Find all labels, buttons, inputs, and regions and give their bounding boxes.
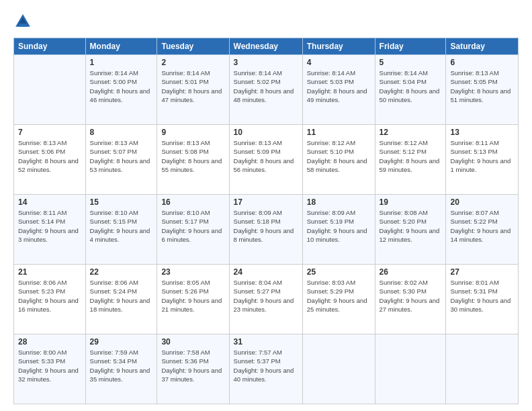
day-number: 6: [450, 58, 514, 67]
day-number: 21: [18, 267, 81, 277]
day-cell: 11Sunrise: 8:12 AM Sunset: 5:10 PM Dayli…: [302, 125, 375, 195]
day-info: Sunrise: 8:13 AM Sunset: 5:05 PM Dayligh…: [450, 68, 514, 104]
day-info: Sunrise: 8:02 AM Sunset: 5:30 PM Dayligh…: [380, 278, 442, 314]
day-cell: 4Sunrise: 8:14 AM Sunset: 5:03 PM Daylig…: [302, 55, 375, 125]
day-cell: 3Sunrise: 8:14 AM Sunset: 5:02 PM Daylig…: [229, 55, 302, 125]
day-number: 19: [380, 197, 442, 207]
week-row-2: 7Sunrise: 8:13 AM Sunset: 5:06 PM Daylig…: [14, 125, 519, 195]
day-cell: 27Sunrise: 8:01 AM Sunset: 5:31 PM Dayli…: [446, 265, 519, 334]
day-number: 17: [234, 197, 298, 207]
day-number: 30: [161, 337, 224, 347]
day-cell: 1Sunrise: 8:14 AM Sunset: 5:00 PM Daylig…: [85, 55, 157, 125]
day-number: 15: [90, 197, 153, 207]
day-cell: 9Sunrise: 8:13 AM Sunset: 5:08 PM Daylig…: [157, 125, 229, 195]
day-number: 5: [380, 58, 442, 67]
day-number: 23: [161, 267, 224, 277]
day-cell: 12Sunrise: 8:12 AM Sunset: 5:12 PM Dayli…: [375, 125, 446, 195]
day-cell: 23Sunrise: 8:05 AM Sunset: 5:26 PM Dayli…: [157, 265, 229, 334]
day-number: 22: [90, 267, 153, 277]
day-cell: 14Sunrise: 8:11 AM Sunset: 5:14 PM Dayli…: [14, 195, 86, 265]
day-cell: 8Sunrise: 8:13 AM Sunset: 5:07 PM Daylig…: [85, 125, 157, 195]
day-cell: 22Sunrise: 8:06 AM Sunset: 5:24 PM Dayli…: [85, 265, 157, 334]
header: [13, 12, 519, 31]
day-cell: 7Sunrise: 8:13 AM Sunset: 5:06 PM Daylig…: [14, 125, 86, 195]
day-number: 20: [450, 197, 514, 207]
day-info: Sunrise: 8:09 AM Sunset: 5:19 PM Dayligh…: [307, 208, 371, 244]
day-number: 25: [307, 267, 371, 277]
day-number: 31: [234, 337, 298, 347]
day-number: 9: [161, 128, 224, 137]
logo-icon: [13, 12, 32, 31]
day-number: 12: [380, 128, 442, 137]
day-cell: [446, 334, 519, 404]
week-row-3: 14Sunrise: 8:11 AM Sunset: 5:14 PM Dayli…: [14, 195, 519, 265]
day-info: Sunrise: 8:14 AM Sunset: 5:00 PM Dayligh…: [90, 68, 153, 104]
day-cell: 30Sunrise: 7:58 AM Sunset: 5:36 PM Dayli…: [157, 334, 229, 404]
day-number: 2: [161, 58, 224, 67]
day-info: Sunrise: 8:13 AM Sunset: 5:09 PM Dayligh…: [234, 138, 298, 174]
week-row-5: 28Sunrise: 8:00 AM Sunset: 5:33 PM Dayli…: [14, 334, 519, 404]
day-cell: 15Sunrise: 8:10 AM Sunset: 5:15 PM Dayli…: [85, 195, 157, 265]
header-day-sunday: Sunday: [14, 38, 86, 55]
day-cell: 6Sunrise: 8:13 AM Sunset: 5:05 PM Daylig…: [446, 55, 519, 125]
page: SundayMondayTuesdayWednesdayThursdayFrid…: [0, 0, 532, 411]
svg-rect-2: [19, 24, 27, 27]
day-cell: 20Sunrise: 8:07 AM Sunset: 5:22 PM Dayli…: [446, 195, 519, 265]
day-info: Sunrise: 8:10 AM Sunset: 5:15 PM Dayligh…: [90, 208, 153, 244]
day-info: Sunrise: 8:14 AM Sunset: 5:03 PM Dayligh…: [307, 68, 371, 104]
day-number: 26: [380, 267, 442, 277]
day-info: Sunrise: 8:06 AM Sunset: 5:23 PM Dayligh…: [18, 278, 81, 314]
day-number: 18: [307, 197, 371, 207]
day-cell: 17Sunrise: 8:09 AM Sunset: 5:18 PM Dayli…: [229, 195, 302, 265]
day-info: Sunrise: 8:14 AM Sunset: 5:04 PM Dayligh…: [380, 68, 442, 104]
day-number: 7: [18, 128, 81, 137]
day-number: 28: [18, 337, 81, 347]
day-number: 10: [234, 128, 298, 137]
day-info: Sunrise: 8:14 AM Sunset: 5:02 PM Dayligh…: [234, 68, 298, 104]
header-day-saturday: Saturday: [446, 38, 519, 55]
header-day-tuesday: Tuesday: [157, 38, 229, 55]
day-info: Sunrise: 8:12 AM Sunset: 5:10 PM Dayligh…: [307, 138, 371, 174]
day-cell: [302, 334, 375, 404]
day-number: 27: [450, 267, 514, 277]
week-row-1: 1Sunrise: 8:14 AM Sunset: 5:00 PM Daylig…: [14, 55, 519, 125]
header-day-wednesday: Wednesday: [229, 38, 302, 55]
day-cell: 21Sunrise: 8:06 AM Sunset: 5:23 PM Dayli…: [14, 265, 86, 334]
day-number: 24: [234, 267, 298, 277]
day-cell: 28Sunrise: 8:00 AM Sunset: 5:33 PM Dayli…: [14, 334, 86, 404]
day-cell: [375, 334, 446, 404]
day-cell: 5Sunrise: 8:14 AM Sunset: 5:04 PM Daylig…: [375, 55, 446, 125]
day-info: Sunrise: 8:07 AM Sunset: 5:22 PM Dayligh…: [450, 208, 514, 244]
day-cell: 29Sunrise: 7:59 AM Sunset: 5:34 PM Dayli…: [85, 334, 157, 404]
day-info: Sunrise: 8:13 AM Sunset: 5:06 PM Dayligh…: [18, 138, 81, 174]
day-info: Sunrise: 7:58 AM Sunset: 5:36 PM Dayligh…: [161, 348, 224, 383]
day-number: 14: [18, 197, 81, 207]
day-cell: 18Sunrise: 8:09 AM Sunset: 5:19 PM Dayli…: [302, 195, 375, 265]
day-info: Sunrise: 8:04 AM Sunset: 5:27 PM Dayligh…: [234, 278, 298, 314]
day-info: Sunrise: 8:14 AM Sunset: 5:01 PM Dayligh…: [161, 68, 224, 104]
logo: [13, 12, 35, 31]
day-info: Sunrise: 7:57 AM Sunset: 5:37 PM Dayligh…: [234, 348, 298, 383]
day-info: Sunrise: 8:13 AM Sunset: 5:07 PM Dayligh…: [90, 138, 153, 174]
day-cell: 19Sunrise: 8:08 AM Sunset: 5:20 PM Dayli…: [375, 195, 446, 265]
day-number: 29: [90, 337, 153, 347]
day-cell: [14, 55, 86, 125]
week-row-4: 21Sunrise: 8:06 AM Sunset: 5:23 PM Dayli…: [14, 265, 519, 334]
day-info: Sunrise: 8:00 AM Sunset: 5:33 PM Dayligh…: [18, 348, 81, 383]
day-info: Sunrise: 8:01 AM Sunset: 5:31 PM Dayligh…: [450, 278, 514, 314]
day-info: Sunrise: 8:10 AM Sunset: 5:17 PM Dayligh…: [161, 208, 224, 244]
day-cell: 26Sunrise: 8:02 AM Sunset: 5:30 PM Dayli…: [375, 265, 446, 334]
day-number: 11: [307, 128, 371, 137]
day-info: Sunrise: 8:13 AM Sunset: 5:08 PM Dayligh…: [161, 138, 224, 174]
day-number: 13: [450, 128, 514, 137]
day-info: Sunrise: 7:59 AM Sunset: 5:34 PM Dayligh…: [90, 348, 153, 383]
day-cell: 2Sunrise: 8:14 AM Sunset: 5:01 PM Daylig…: [157, 55, 229, 125]
day-cell: 25Sunrise: 8:03 AM Sunset: 5:29 PM Dayli…: [302, 265, 375, 334]
day-info: Sunrise: 8:11 AM Sunset: 5:14 PM Dayligh…: [18, 208, 81, 244]
day-number: 3: [234, 58, 298, 67]
header-row: SundayMondayTuesdayWednesdayThursdayFrid…: [14, 38, 519, 55]
day-info: Sunrise: 8:09 AM Sunset: 5:18 PM Dayligh…: [234, 208, 298, 244]
day-cell: 16Sunrise: 8:10 AM Sunset: 5:17 PM Dayli…: [157, 195, 229, 265]
day-number: 8: [90, 128, 153, 137]
day-number: 16: [161, 197, 224, 207]
